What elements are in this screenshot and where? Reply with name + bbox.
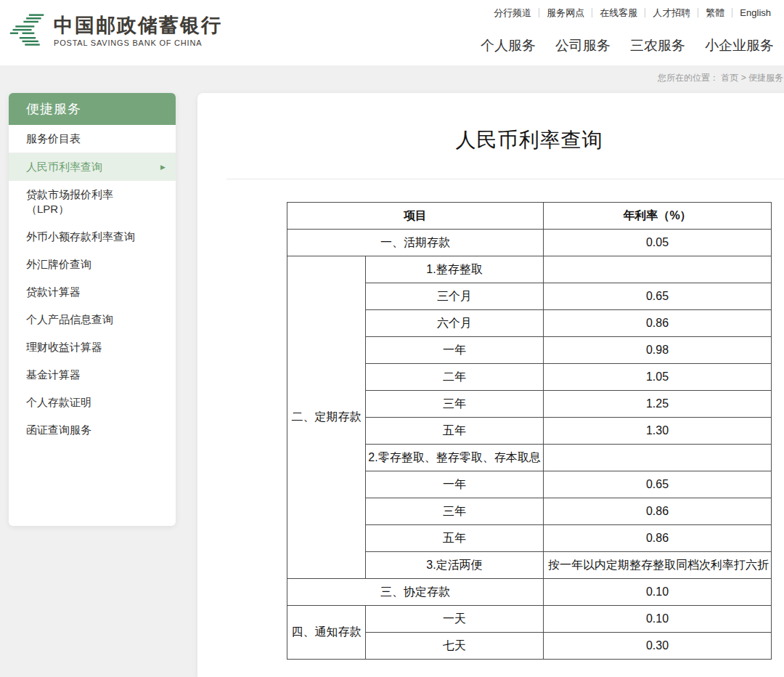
sidebar-item[interactable]: 贷款市场报价利率 （LPR） <box>9 181 176 223</box>
bank-name-chinese: 中国邮政储蓄银行 <box>54 15 222 36</box>
table-cell: 一、活期存款 <box>287 230 544 256</box>
sidebar-item[interactable]: 个人存款证明 <box>9 389 176 416</box>
sidebar-item[interactable]: 贷款计算器 <box>9 278 176 306</box>
table-cell <box>544 445 772 471</box>
main-content: 人民币利率查询 项目年利率（%）一、活期存款0.05二、定期存款1.整存整取三个… <box>197 93 784 677</box>
table-header-row: 项目年利率（%） <box>287 203 772 230</box>
table-cell: 三、协定存款 <box>287 579 544 606</box>
table-cell: 0.30 <box>544 633 772 660</box>
table-cell: 0.10 <box>544 579 772 606</box>
sidebar-menu: 服务价目表人民币利率查询▶贷款市场报价利率 （LPR）外币小额存款利率查询外汇牌… <box>9 125 176 444</box>
table-cell: 0.86 <box>544 310 772 337</box>
top-link[interactable]: 分行频道 <box>486 8 539 17</box>
sidebar-item[interactable]: 函证查询服务 <box>9 416 176 444</box>
bank-name-english: POSTAL SAVINGS BANK OF CHINA <box>54 38 222 47</box>
table-group-cell: 二、定期存款 <box>287 256 366 579</box>
table-cell: 五年 <box>366 418 544 445</box>
breadcrumb-home-link[interactable]: 首页 <box>721 73 738 83</box>
table-cell: 二年 <box>366 364 544 391</box>
bank-logo-text: 中国邮政储蓄银行 POSTAL SAVINGS BANK OF CHINA <box>54 15 222 47</box>
table-cell: 3.定活两便 <box>366 552 544 579</box>
psbc-logo-icon <box>9 12 46 49</box>
breadcrumb-separator: > <box>738 73 748 83</box>
breadcrumb-prefix: 您所在的位置： <box>658 73 721 83</box>
sidebar-item[interactable]: 人民币利率查询▶ <box>9 153 176 181</box>
table-cell: 0.86 <box>544 525 772 552</box>
table-row: 四、通知存款一天0.10 <box>287 606 772 633</box>
sidebar-item[interactable]: 个人产品信息查询 <box>9 306 176 333</box>
main-nav-item[interactable]: 公司服务 <box>555 36 611 55</box>
main-nav-item[interactable]: 小企业服务 <box>705 36 774 55</box>
bank-logo[interactable]: 中国邮政储蓄银行 POSTAL SAVINGS BANK OF CHINA <box>9 12 222 49</box>
active-item-arrow-icon: ▶ <box>160 160 166 174</box>
column-header-rate: 年利率（%） <box>544 203 772 230</box>
top-link[interactable]: English <box>732 8 771 17</box>
table-cell: 1.整存整取 <box>366 256 544 283</box>
column-header-item: 项目 <box>287 203 544 230</box>
page-title: 人民币利率查询 <box>197 128 784 153</box>
table-cell: 五年 <box>366 525 544 552</box>
table-cell: 三年 <box>366 391 544 418</box>
table-cell: 1.25 <box>544 391 772 418</box>
table-cell: 六个月 <box>366 310 544 337</box>
main-nav-item[interactable]: 三农服务 <box>630 36 685 55</box>
table-cell: 一年 <box>366 471 544 498</box>
top-link[interactable]: 人才招聘 <box>645 8 698 17</box>
site-header: 中国邮政储蓄银行 POSTAL SAVINGS BANK OF CHINA 分行… <box>0 0 784 65</box>
top-link[interactable]: 在线客服 <box>592 8 645 17</box>
table-group-cell: 四、通知存款 <box>287 606 366 660</box>
sidebar-item[interactable]: 外币小额存款利率查询 <box>9 223 176 251</box>
sidebar-item[interactable]: 基金计算器 <box>9 361 176 389</box>
table-row: 三、协定存款0.10 <box>287 579 772 606</box>
table-cell: 0.65 <box>544 471 772 498</box>
top-link[interactable]: 服务网点 <box>539 8 592 17</box>
sidebar-item[interactable]: 服务价目表 <box>9 125 176 153</box>
table-cell: 0.86 <box>544 498 772 525</box>
table-row: 二、定期存款1.整存整取 <box>287 256 772 283</box>
table-cell: 一天 <box>366 606 544 633</box>
title-divider <box>226 179 784 179</box>
table-cell: 0.05 <box>544 230 772 256</box>
breadcrumb: 您所在的位置： 首页 > 便捷服务 <box>658 72 783 84</box>
table-row: 一、活期存款0.05 <box>287 230 772 256</box>
table-cell: 三个月 <box>366 283 544 310</box>
table-cell: 0.98 <box>544 337 772 364</box>
top-link[interactable]: 繁體 <box>698 8 732 17</box>
sidebar-item[interactable]: 外汇牌价查询 <box>9 251 176 278</box>
breadcrumb-current: 便捷服务 <box>748 73 783 83</box>
table-cell: 2.零存整取、整存零取、存本取息 <box>366 445 544 471</box>
top-utility-links: 分行频道服务网点在线客服人才招聘繁體English <box>486 6 771 19</box>
table-cell: 0.10 <box>544 606 772 633</box>
main-navigation: 个人服务公司服务三农服务小企业服务 <box>481 36 774 55</box>
table-cell: 0.65 <box>544 283 772 310</box>
table-cell: 一年 <box>366 337 544 364</box>
table-cell <box>544 256 772 283</box>
main-nav-item[interactable]: 个人服务 <box>481 36 536 55</box>
sidebar: 便捷服务 服务价目表人民币利率查询▶贷款市场报价利率 （LPR）外币小额存款利率… <box>9 93 176 526</box>
sidebar-title: 便捷服务 <box>9 93 176 125</box>
rate-table: 项目年利率（%）一、活期存款0.05二、定期存款1.整存整取三个月0.65六个月… <box>287 202 772 660</box>
table-cell: 1.30 <box>544 418 772 445</box>
table-cell: 按一年以内定期整存整取同档次利率打六折 <box>544 552 772 579</box>
table-cell: 七天 <box>366 633 544 660</box>
table-cell: 三年 <box>366 498 544 525</box>
sidebar-item[interactable]: 理财收益计算器 <box>9 333 176 361</box>
table-cell: 1.05 <box>544 364 772 391</box>
